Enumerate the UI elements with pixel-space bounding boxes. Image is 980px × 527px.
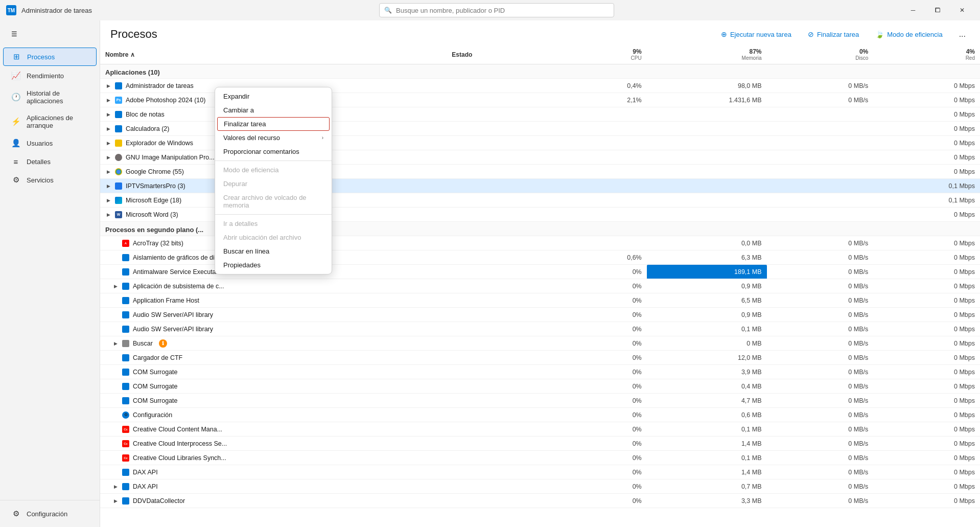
menu-item-expandir[interactable]: Expandir <box>215 89 332 103</box>
context-menu-overlay[interactable] <box>0 0 980 527</box>
menu-item-cambiar-a[interactable]: Cambiar a <box>215 103 332 117</box>
menu-separator <box>215 214 332 215</box>
menu-item-label: Crear archivo de volcado de memoria <box>223 194 323 209</box>
menu-item-abrir-ubicacion: Abrir ubicación del archivo <box>215 231 332 244</box>
menu-item-finalizar-tarea[interactable]: Finalizar tarea <box>217 117 330 131</box>
menu-item-label: Modo de eficiencia <box>223 166 278 174</box>
menu-separator <box>215 161 332 161</box>
menu-item-label: Ir a detalles <box>223 220 258 227</box>
menu-item-label: Cambiar a <box>223 106 254 114</box>
menu-item-label: Valores del recurso <box>223 134 280 142</box>
menu-item-label: Propiedades <box>223 261 261 269</box>
menu-item-crear-volcado: Crear archivo de volcado de memoria <box>215 191 332 212</box>
context-menu: Expandir Cambiar a Finalizar tarea Valor… <box>215 87 332 274</box>
menu-item-buscar-linea[interactable]: Buscar en línea <box>215 244 332 258</box>
menu-item-label: Expandir <box>223 93 249 100</box>
menu-item-label: Depurar <box>223 180 247 188</box>
menu-item-depurar: Depurar <box>215 177 332 191</box>
menu-item-ir-detalles: Ir a detalles <box>215 217 332 231</box>
submenu-arrow: › <box>322 135 323 141</box>
menu-item-propiedades[interactable]: Propiedades <box>215 258 332 272</box>
menu-item-label: Proporcionar comentarios <box>223 148 299 155</box>
menu-item-valores-recurso[interactable]: Valores del recurso › <box>215 131 332 145</box>
menu-item-label: Buscar en línea <box>223 247 269 255</box>
menu-item-modo-eficiencia: Modo de eficiencia <box>215 163 332 177</box>
menu-item-label: Abrir ubicación del archivo <box>223 234 301 241</box>
menu-item-proporcionar-comentarios[interactable]: Proporcionar comentarios <box>215 145 332 158</box>
menu-item-label: Finalizar tarea <box>224 120 266 128</box>
